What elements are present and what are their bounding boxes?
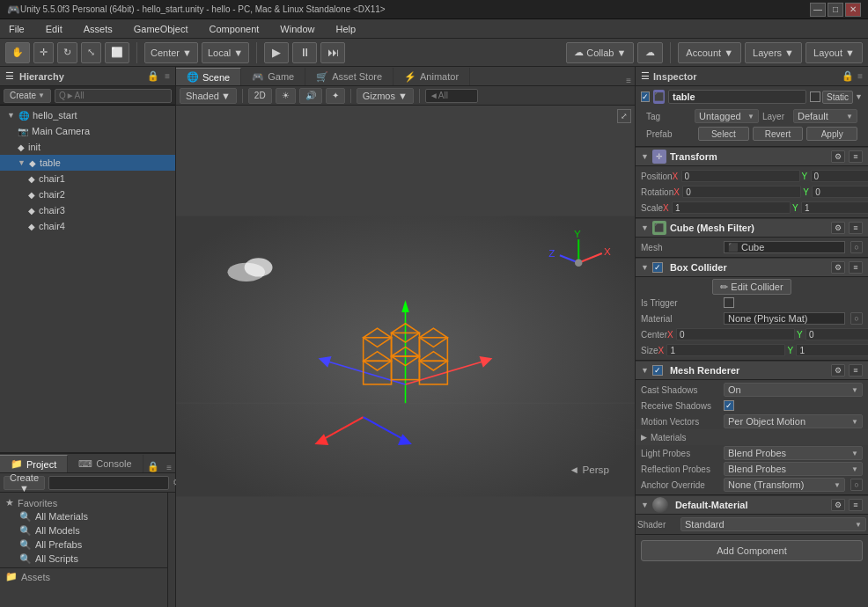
size-y-input[interactable]	[796, 344, 868, 356]
menu-help[interactable]: Help	[330, 22, 361, 36]
mesh-renderer-header[interactable]: ▼ ✓ Mesh Renderer ⚙ ≡	[636, 361, 868, 380]
audio-button[interactable]: 🔊	[299, 88, 322, 104]
prefab-select-button[interactable]: Select	[698, 127, 749, 141]
move-tool-button[interactable]: ✛	[33, 42, 54, 63]
cast-shadows-dropdown[interactable]: On ▼	[724, 383, 863, 397]
light-probes-dropdown[interactable]: Blend Probes ▼	[724, 446, 863, 460]
light-button[interactable]: ☀	[276, 88, 296, 104]
material-header[interactable]: ▼ Default-Material ⚙ ≡	[636, 495, 868, 515]
menu-gameobject[interactable]: GameObject	[129, 22, 194, 36]
step-button[interactable]: ⏭	[320, 42, 345, 63]
rotate-tool-button[interactable]: ↻	[57, 42, 77, 63]
mesh-filter-menu-button[interactable]: ≡	[849, 222, 863, 234]
rotation-x-input[interactable]	[682, 186, 801, 198]
rect-tool-button[interactable]: ⬜	[105, 42, 129, 63]
hierarchy-search-input[interactable]	[55, 89, 172, 103]
gizmos-dropdown[interactable]: Gizmos ▼	[357, 88, 414, 104]
assets-search-input[interactable]	[48, 476, 169, 490]
shader-dropdown[interactable]: Standard ▼	[680, 517, 866, 531]
center-y-input[interactable]	[805, 328, 868, 340]
favorites-header[interactable]: ★ Favorites	[5, 496, 162, 509]
scene-viewport[interactable]: ◄ Persp X Y Z ⤢	[176, 106, 635, 607]
edit-collider-button[interactable]: ✏ Edit Collider	[712, 279, 791, 295]
transform-component-header[interactable]: ▼ ✛ Transform ⚙ ≡	[636, 147, 868, 166]
layers-button[interactable]: Layers ▼	[745, 42, 802, 63]
static-arrow[interactable]: ▼	[855, 92, 863, 101]
add-component-button[interactable]: Add Component	[641, 540, 863, 561]
play-button[interactable]: ▶	[264, 42, 289, 63]
reflection-probes-dropdown[interactable]: Blend Probes ▼	[724, 462, 863, 476]
menu-window[interactable]: Window	[275, 22, 320, 36]
local-global-button[interactable]: Local ▼	[202, 42, 249, 63]
prefab-revert-button[interactable]: Revert	[753, 127, 804, 141]
anchor-override-dropdown[interactable]: None (Transform) ▼	[724, 478, 845, 492]
material-menu-button[interactable]: ≡	[849, 499, 863, 511]
shaded-dropdown[interactable]: Shaded ▼	[180, 88, 237, 104]
mesh-filter-settings-button[interactable]: ⚙	[831, 222, 845, 234]
tree-item-hello-start[interactable]: ▼ 🌐 hello_start	[0, 107, 175, 123]
material-settings-button[interactable]: ⚙	[831, 499, 845, 511]
menu-file[interactable]: File	[4, 22, 30, 36]
materials-section-header[interactable]: ▶ Materials	[636, 429, 868, 445]
tree-item-chair3[interactable]: ◆ chair3	[0, 202, 175, 218]
project-create-button[interactable]: Create ▼	[4, 476, 45, 490]
fav-all-models[interactable]: 🔍 All Models	[5, 523, 162, 538]
fav-all-scripts[interactable]: 🔍 All Scripts	[5, 552, 162, 566]
size-x-input[interactable]	[666, 344, 785, 356]
box-collider-menu-button[interactable]: ≡	[849, 261, 863, 274]
minimize-button[interactable]: —	[810, 3, 826, 17]
box-collider-enabled[interactable]: ✓	[652, 262, 663, 273]
box-collider-header[interactable]: ▼ ✓ Box Collider ⚙ ≡	[636, 258, 868, 277]
tree-item-table[interactable]: ▼ ◆ table	[0, 155, 175, 171]
menu-component[interactable]: Component	[203, 22, 264, 36]
scale-x-input[interactable]	[672, 201, 791, 214]
tab-project[interactable]: 📁 Project	[0, 455, 68, 472]
mesh-filter-header[interactable]: ▼ ⬛ Cube (Mesh Filter) ⚙ ≡	[636, 218, 868, 238]
tag-dropdown[interactable]: Untagged ▼	[695, 109, 759, 123]
mesh-renderer-enabled[interactable]: ✓	[652, 365, 663, 376]
menu-assets[interactable]: Assets	[78, 22, 118, 36]
tab-animator[interactable]: ⚡ Animator	[394, 68, 470, 85]
anchor-select-button[interactable]: ○	[850, 479, 863, 491]
close-button[interactable]: ✕	[845, 3, 861, 17]
assets-header[interactable]: 📁 Assets	[5, 570, 162, 583]
transform-settings-button[interactable]: ⚙	[831, 150, 845, 163]
maximize-button[interactable]: □	[828, 3, 843, 17]
scene-search-input[interactable]	[425, 89, 478, 103]
center-x-input[interactable]	[676, 328, 795, 340]
tab-asset-store[interactable]: 🛒 Asset Store	[305, 68, 394, 85]
position-y-input[interactable]	[811, 170, 868, 182]
tree-item-main-camera[interactable]: 📷 Main Camera	[0, 123, 175, 139]
tab-game[interactable]: 🎮 Game	[241, 68, 305, 85]
tab-console[interactable]: ⌨ Console	[68, 455, 143, 472]
fav-all-prefabs[interactable]: 🔍 All Prefabs	[5, 538, 162, 552]
layout-button[interactable]: Layout ▼	[805, 42, 863, 63]
object-active-checkbox[interactable]: ✓	[641, 91, 650, 102]
prefab-apply-button[interactable]: Apply	[806, 127, 857, 141]
collab-button[interactable]: ☁ Collab ▼	[566, 42, 634, 63]
tree-item-chair4[interactable]: ◆ chair4	[0, 218, 175, 234]
mesh-renderer-settings-button[interactable]: ⚙	[831, 364, 845, 377]
mesh-select-button[interactable]: ○	[850, 241, 863, 253]
account-button[interactable]: Account ▼	[678, 42, 741, 63]
tree-item-chair2[interactable]: ◆ chair2	[0, 186, 175, 202]
maximize-viewport-button[interactable]: ⤢	[617, 109, 631, 123]
tree-item-init[interactable]: ◆ init	[0, 139, 175, 155]
transform-menu-button[interactable]: ≡	[849, 150, 863, 163]
fav-all-materials[interactable]: 🔍 All Materials	[5, 509, 162, 523]
2d-button[interactable]: 2D	[248, 88, 272, 104]
is-trigger-checkbox[interactable]	[724, 297, 734, 308]
object-name-input[interactable]	[668, 90, 806, 104]
fx-button[interactable]: ✦	[326, 88, 345, 104]
pause-button[interactable]: ⏸	[292, 42, 317, 63]
tab-scene[interactable]: 🌐 Scene	[176, 68, 241, 85]
collider-material-select[interactable]: ○	[850, 312, 863, 325]
hierarchy-create-button[interactable]: Create ▼	[4, 89, 51, 103]
scale-tool-button[interactable]: ⤡	[81, 42, 101, 63]
mesh-renderer-menu-button[interactable]: ≡	[849, 364, 863, 377]
hand-tool-button[interactable]: ✋	[5, 42, 30, 63]
static-checkbox[interactable]	[810, 91, 820, 102]
rotation-y-input[interactable]	[812, 186, 868, 198]
cloud-button[interactable]: ☁	[637, 42, 663, 63]
pivot-center-button[interactable]: Center ▼	[144, 42, 198, 63]
